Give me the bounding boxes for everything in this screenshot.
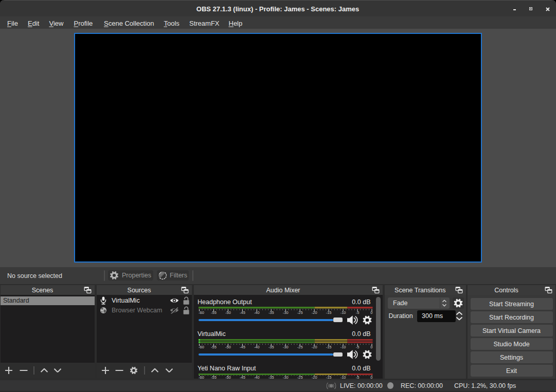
svg-text:-60: -60: [199, 345, 204, 349]
svg-text:-40: -40: [254, 375, 259, 379]
svg-text:0: 0: [370, 310, 372, 314]
svg-text:-5: -5: [355, 345, 359, 349]
svg-text:-40: -40: [254, 345, 259, 349]
svg-text:-30: -30: [282, 375, 288, 379]
svg-text:-25: -25: [297, 375, 302, 379]
svg-text:-60: -60: [199, 375, 204, 379]
svg-text:-20: -20: [311, 375, 317, 379]
svg-text:-10: -10: [340, 375, 346, 379]
svg-text:-50: -50: [225, 345, 230, 349]
svg-text:-35: -35: [268, 310, 274, 314]
svg-text:0: 0: [370, 345, 372, 349]
svg-text:-55: -55: [211, 345, 217, 349]
svg-text:-30: -30: [282, 310, 288, 314]
svg-text:-40: -40: [254, 310, 259, 314]
svg-text:-55: -55: [211, 375, 217, 379]
svg-text:-10: -10: [340, 310, 346, 314]
svg-text:-25: -25: [297, 310, 302, 314]
svg-text:-5: -5: [355, 375, 359, 379]
svg-text:-60: -60: [199, 310, 204, 314]
svg-text:-25: -25: [297, 345, 302, 349]
svg-text:-20: -20: [311, 345, 317, 349]
svg-text:-35: -35: [268, 345, 274, 349]
svg-text:0: 0: [370, 375, 372, 379]
svg-text:-30: -30: [282, 345, 288, 349]
svg-text:-50: -50: [225, 375, 230, 379]
svg-text:-55: -55: [211, 310, 217, 314]
svg-text:-15: -15: [326, 345, 331, 349]
svg-text:-15: -15: [326, 310, 331, 314]
svg-text:-10: -10: [340, 345, 346, 349]
svg-text:-45: -45: [239, 375, 245, 379]
svg-text:-20: -20: [311, 310, 317, 314]
svg-text:-45: -45: [239, 345, 245, 349]
svg-text:-5: -5: [355, 310, 359, 314]
svg-text:-35: -35: [268, 375, 274, 379]
svg-text:-45: -45: [239, 310, 245, 314]
svg-text:-15: -15: [326, 375, 331, 379]
svg-text:-50: -50: [225, 310, 230, 314]
